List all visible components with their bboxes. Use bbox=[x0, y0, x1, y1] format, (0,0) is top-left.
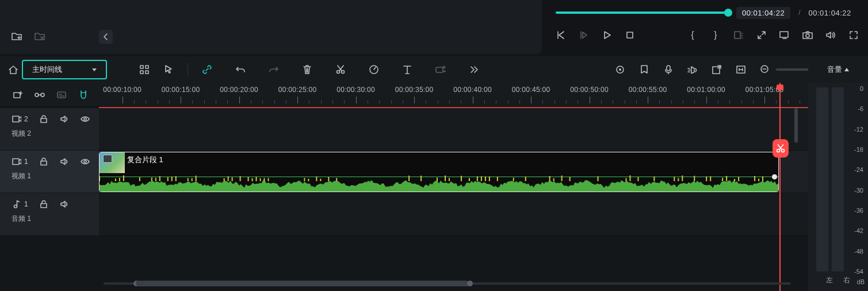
video-track-icon bbox=[12, 156, 22, 167]
external-monitor-icon[interactable] bbox=[779, 30, 790, 40]
timeline-dropdown-label: 主时间线 bbox=[32, 64, 62, 75]
meter-tick: -30 bbox=[854, 187, 863, 194]
snapshot-icon[interactable] bbox=[802, 30, 813, 40]
mark-out-icon[interactable]: } bbox=[710, 30, 721, 40]
visible-icon[interactable] bbox=[80, 114, 90, 124]
svg-rect-30 bbox=[41, 161, 47, 165]
corner-expand-icon[interactable] bbox=[756, 30, 767, 40]
svg-point-14 bbox=[444, 71, 445, 72]
svg-rect-8 bbox=[146, 71, 148, 74]
undo-icon[interactable] bbox=[235, 64, 246, 75]
stop-button[interactable] bbox=[625, 30, 635, 40]
ruler-label: 00:00:45:00 bbox=[512, 86, 550, 94]
link-icon[interactable] bbox=[202, 64, 212, 75]
delete-icon[interactable] bbox=[302, 64, 312, 75]
effects-icon[interactable] bbox=[435, 64, 446, 75]
pointer-tool-icon[interactable] bbox=[163, 64, 174, 75]
track-head-audio-1[interactable]: 1 音频 1 bbox=[0, 193, 99, 236]
time-ruler[interactable]: 00:00:10:0000:00:15:0000:00:20:0000:00:2… bbox=[99, 83, 808, 107]
track-lane-video-2[interactable] bbox=[99, 108, 808, 151]
marker-icon[interactable] bbox=[639, 64, 649, 75]
mark-in-icon[interactable]: { bbox=[687, 30, 698, 40]
caret-down-icon bbox=[92, 68, 97, 71]
track-head-video-2[interactable]: 2 视频 2 bbox=[0, 108, 99, 151]
audio-meter-bars bbox=[816, 87, 844, 271]
magnet-icon[interactable] bbox=[78, 90, 89, 100]
zoom-out-icon[interactable] bbox=[760, 64, 770, 75]
ruler-label: 00:00:55:00 bbox=[629, 86, 667, 94]
text-tool-icon[interactable] bbox=[402, 64, 412, 75]
ruler-label: 00:00:35:00 bbox=[395, 86, 434, 94]
meter-tick: 0 bbox=[860, 85, 863, 92]
svg-rect-25 bbox=[58, 92, 66, 98]
speed-icon[interactable] bbox=[369, 64, 379, 75]
ruler-label: 00:00:20:00 bbox=[220, 86, 258, 94]
timeline-toolbar: 主时间线 bbox=[0, 56, 868, 83]
track-lane-video-1[interactable]: 复合片段 1 bbox=[99, 151, 808, 193]
video-track-icon bbox=[12, 114, 22, 124]
track-lane-audio-1[interactable] bbox=[99, 193, 808, 236]
prev-frame-button[interactable] bbox=[556, 30, 566, 40]
triangle-up-icon bbox=[844, 68, 849, 71]
lock-icon[interactable] bbox=[39, 114, 49, 124]
audio-sync-icon[interactable] bbox=[687, 64, 698, 75]
svg-point-31 bbox=[84, 160, 86, 163]
svg-point-35 bbox=[782, 150, 785, 152]
more-tools-icon[interactable] bbox=[469, 64, 479, 75]
record-vo-icon[interactable] bbox=[615, 64, 625, 75]
mute-icon[interactable] bbox=[825, 30, 836, 40]
lock-icon[interactable] bbox=[39, 156, 49, 167]
track-tools bbox=[0, 83, 99, 107]
grid-view-icon[interactable] bbox=[139, 64, 150, 75]
folder-remove-icon[interactable] bbox=[35, 31, 45, 41]
playhead[interactable] bbox=[779, 83, 781, 291]
svg-rect-26 bbox=[13, 116, 19, 122]
fullscreen-icon[interactable] bbox=[848, 30, 859, 40]
subtitle-track-icon[interactable] bbox=[56, 90, 67, 100]
svg-point-13 bbox=[443, 67, 445, 68]
mute-track-icon[interactable] bbox=[59, 156, 70, 167]
link-tracks-icon[interactable] bbox=[35, 90, 45, 100]
mute-track-icon[interactable] bbox=[59, 114, 70, 124]
ruler-label: 00:00:50:00 bbox=[570, 86, 609, 94]
compound-clip-icon bbox=[103, 155, 112, 163]
export-frame-icon[interactable] bbox=[712, 64, 722, 75]
clip-compound-1[interactable]: 复合片段 1 bbox=[99, 152, 779, 192]
mute-track-icon[interactable] bbox=[59, 199, 70, 209]
meter-left-label: 左 bbox=[826, 275, 833, 285]
play-to-out-button[interactable] bbox=[579, 30, 589, 40]
clip-title: 复合片段 1 bbox=[127, 155, 163, 165]
volume-panel-header[interactable]: 音量 bbox=[808, 56, 868, 83]
playback-progress[interactable] bbox=[556, 12, 728, 14]
horizontal-scrollbar[interactable] bbox=[104, 281, 791, 286]
timeline-dropdown[interactable]: 主时间线 bbox=[22, 60, 107, 79]
redo-icon[interactable] bbox=[269, 64, 279, 75]
track-label: 视频 2 bbox=[12, 129, 92, 139]
timecode-current[interactable]: 00:01:04:22 bbox=[736, 7, 790, 19]
fit-timeline-icon[interactable] bbox=[736, 64, 746, 75]
meter-db-label: dB bbox=[857, 278, 865, 285]
svg-rect-6 bbox=[146, 66, 148, 68]
play-button[interactable] bbox=[602, 30, 612, 40]
track-head-video-1[interactable]: 1 视频 1 bbox=[0, 151, 99, 193]
visible-icon[interactable] bbox=[80, 156, 90, 167]
folder-new-icon[interactable] bbox=[12, 31, 22, 41]
svg-rect-1 bbox=[735, 32, 740, 39]
lock-icon[interactable] bbox=[39, 199, 49, 209]
home-icon[interactable] bbox=[8, 64, 18, 75]
svg-rect-29 bbox=[13, 159, 19, 164]
cut-icon[interactable] bbox=[335, 64, 346, 75]
svg-rect-5 bbox=[140, 66, 143, 68]
svg-point-16 bbox=[619, 68, 621, 71]
meter-tick: -48 bbox=[854, 248, 863, 255]
timecode-total: 00:01:04:22 bbox=[809, 9, 851, 17]
add-track-icon[interactable] bbox=[13, 90, 23, 100]
timecode-separator: / bbox=[798, 9, 800, 17]
panel-back-button[interactable] bbox=[99, 30, 113, 44]
meter-tick: -6 bbox=[858, 105, 863, 112]
razor-handle[interactable] bbox=[773, 139, 789, 158]
mic-icon[interactable] bbox=[663, 64, 674, 75]
vertical-scrollbar[interactable] bbox=[794, 108, 798, 143]
marker-panel-icon[interactable] bbox=[733, 30, 744, 40]
ruler-label: 00:00:30:00 bbox=[337, 86, 375, 94]
